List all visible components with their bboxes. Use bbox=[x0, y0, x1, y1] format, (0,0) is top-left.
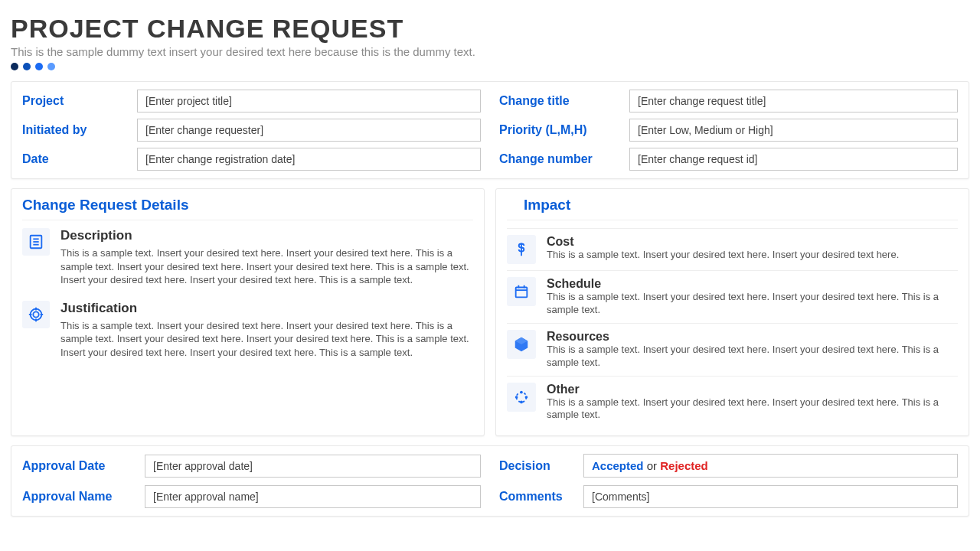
svg-point-4 bbox=[31, 308, 42, 320]
svg-point-19 bbox=[515, 396, 518, 399]
circle-nodes-icon bbox=[507, 383, 536, 412]
project-label: Project bbox=[22, 94, 129, 108]
svg-point-18 bbox=[520, 400, 523, 403]
page-subtitle: This is the sample dummy text insert you… bbox=[11, 45, 969, 58]
date-field[interactable]: [Enter change registration date] bbox=[137, 148, 481, 171]
approval-date-label: Approval Date bbox=[22, 459, 145, 473]
impact-card: Impact Cost This is a sample text. Inser… bbox=[495, 188, 969, 436]
comments-field[interactable]: [Comments] bbox=[583, 485, 958, 508]
description-body: This is a sample text. Insert your desir… bbox=[60, 246, 473, 287]
resources-body: This is a sample text. Insert your desir… bbox=[547, 344, 958, 370]
impact-heading: Impact bbox=[507, 197, 958, 220]
target-icon bbox=[22, 301, 50, 328]
decision-accepted: Accepted bbox=[592, 459, 644, 472]
change-title-label: Change title bbox=[499, 94, 622, 108]
comments-label: Comments bbox=[499, 490, 583, 504]
top-form-card: Project [Enter project title] Initiated … bbox=[11, 81, 969, 179]
change-number-field[interactable]: [Enter change request id] bbox=[629, 148, 958, 171]
change-number-label: Change number bbox=[499, 152, 622, 166]
priority-field[interactable]: [Enter Low, Medium or High] bbox=[629, 119, 958, 142]
calendar-icon bbox=[507, 277, 536, 306]
impact-schedule: Schedule This is a sample text. Insert y… bbox=[507, 270, 958, 323]
svg-point-5 bbox=[33, 311, 38, 317]
box-icon bbox=[507, 330, 536, 359]
resources-title: Resources bbox=[547, 330, 958, 344]
svg-point-16 bbox=[520, 390, 523, 393]
svg-point-15 bbox=[517, 392, 527, 402]
justification-body: This is a sample text. Insert your desir… bbox=[60, 319, 473, 360]
justification-title: Justification bbox=[60, 301, 473, 316]
schedule-body: This is a sample text. Insert your desir… bbox=[547, 291, 958, 317]
top-form-left: Project [Enter project title] Initiated … bbox=[22, 90, 481, 171]
approval-date-field[interactable]: [Enter approval date] bbox=[145, 455, 481, 478]
approval-name-field[interactable]: [Enter approval name] bbox=[145, 485, 481, 508]
svg-rect-11 bbox=[516, 288, 528, 298]
initiated-by-label: Initiated by bbox=[22, 123, 129, 137]
decision-value[interactable]: Accepted or Rejected bbox=[583, 454, 958, 478]
dollar-icon bbox=[507, 235, 536, 264]
header: PROJECT CHANGE REQUEST This is the sampl… bbox=[11, 14, 969, 70]
justification-item: Justification This is a sample text. Ins… bbox=[22, 301, 473, 360]
approval-right: Decision Accepted or Rejected Comments [… bbox=[499, 454, 958, 508]
approval-name-label: Approval Name bbox=[22, 490, 145, 504]
accent-dots bbox=[11, 63, 969, 70]
impact-resources: Resources This is a sample text. Insert … bbox=[507, 323, 958, 376]
page-title: PROJECT CHANGE REQUEST bbox=[11, 14, 969, 44]
dot-icon bbox=[23, 63, 31, 70]
decision-rejected: Rejected bbox=[660, 459, 708, 472]
other-body: This is a sample text. Insert your desir… bbox=[547, 396, 958, 422]
change-title-field[interactable]: [Enter change request title] bbox=[629, 90, 958, 112]
svg-point-17 bbox=[525, 396, 528, 399]
decision-or: or bbox=[644, 459, 661, 472]
list-icon bbox=[22, 228, 50, 256]
cost-title: Cost bbox=[547, 235, 899, 249]
cost-body: This is a sample text. Insert your desir… bbox=[547, 249, 899, 262]
dot-icon bbox=[35, 63, 43, 70]
schedule-title: Schedule bbox=[547, 277, 958, 291]
approval-left: Approval Date [Enter approval date] Appr… bbox=[22, 454, 481, 508]
decision-label: Decision bbox=[499, 459, 583, 473]
details-heading: Change Request Details bbox=[22, 197, 473, 220]
top-form-right: Change title [Enter change request title… bbox=[499, 90, 958, 171]
dot-icon bbox=[47, 63, 55, 70]
project-field[interactable]: [Enter project title] bbox=[137, 90, 481, 112]
priority-label: Priority (L,M,H) bbox=[499, 123, 622, 137]
approval-card: Approval Date [Enter approval date] Appr… bbox=[11, 445, 969, 517]
other-title: Other bbox=[547, 383, 958, 396]
date-label: Date bbox=[22, 152, 129, 166]
initiated-by-field[interactable]: [Enter change requester] bbox=[137, 119, 481, 142]
dot-icon bbox=[11, 63, 18, 70]
impact-cost: Cost This is a sample text. Insert your … bbox=[507, 228, 958, 270]
description-title: Description bbox=[60, 228, 473, 243]
change-request-details-card: Change Request Details Description This … bbox=[11, 188, 485, 436]
description-item: Description This is a sample text. Inser… bbox=[22, 228, 473, 287]
impact-other: Other This is a sample text. Insert your… bbox=[507, 376, 958, 429]
